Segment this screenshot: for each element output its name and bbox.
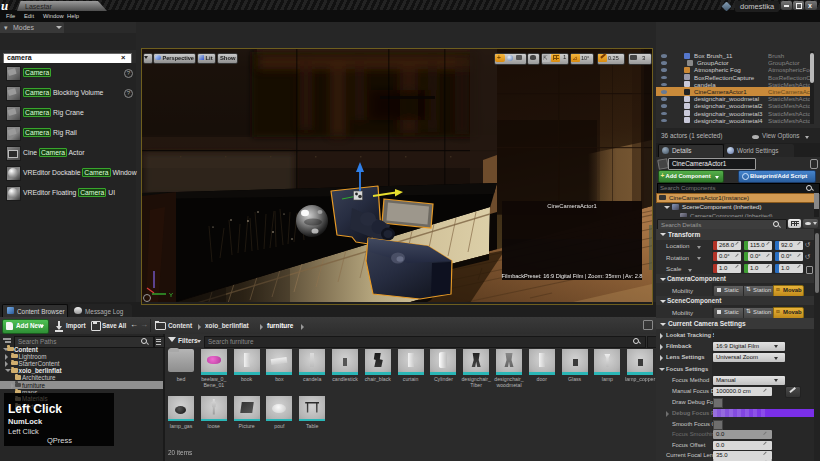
svg-text:FilmbackPreset: 16:9 Digital F: FilmbackPreset: 16:9 Digital Film | Zoom… [502, 273, 643, 279]
svg-text:CineCameraActor1: CineCameraActor1 [547, 203, 596, 209]
svg-text:Y: Y [169, 292, 173, 298]
